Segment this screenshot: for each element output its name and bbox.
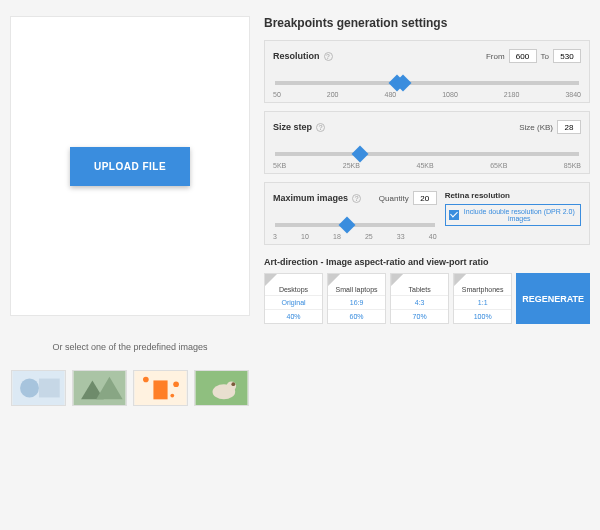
predefined-image-1[interactable] xyxy=(11,370,66,406)
max-images-qty-input[interactable] xyxy=(413,191,437,205)
tick-label: 3 xyxy=(273,233,277,240)
tick-label: 25KB xyxy=(343,162,360,169)
tick-label: 85KB xyxy=(564,162,581,169)
retina-checkbox-label: Include double resolution (DPR 2.0) imag… xyxy=(462,208,577,222)
tick-label: 18 xyxy=(333,233,341,240)
tick-label: 2180 xyxy=(504,91,520,98)
max-images-slider-handle[interactable] xyxy=(338,217,355,234)
tick-label: 25 xyxy=(365,233,373,240)
art-card-percent[interactable]: 70% xyxy=(391,309,448,323)
art-card-percent[interactable]: 40% xyxy=(265,309,322,323)
tick-label: 3840 xyxy=(565,91,581,98)
predefined-images-caption: Or select one of the predefined images xyxy=(10,342,250,352)
svg-point-9 xyxy=(173,381,179,387)
tick-label: 5KB xyxy=(273,162,286,169)
svg-rect-3 xyxy=(74,371,126,405)
art-direction-heading: Art-direction - Image aspect-ratio and v… xyxy=(264,257,590,267)
svg-point-14 xyxy=(231,382,235,386)
art-card-aspect[interactable]: 16:9 xyxy=(328,295,385,309)
svg-point-1 xyxy=(20,379,39,398)
check-icon xyxy=(449,210,459,220)
tick-label: 480 xyxy=(385,91,397,98)
svg-point-13 xyxy=(227,381,236,390)
max-images-slider[interactable] xyxy=(275,223,435,227)
art-card-aspect[interactable]: 4:3 xyxy=(391,295,448,309)
tick-label: 200 xyxy=(327,91,339,98)
art-card-desktops[interactable]: Desktops Original 40% xyxy=(264,273,323,324)
art-card-percent[interactable]: 100% xyxy=(454,309,511,323)
art-card-aspect[interactable]: 1:1 xyxy=(454,295,511,309)
regenerate-button[interactable]: REGENERATE xyxy=(516,273,590,324)
art-card-aspect[interactable]: Original xyxy=(265,295,322,309)
resolution-to-label: To xyxy=(541,52,549,61)
svg-rect-7 xyxy=(153,380,167,399)
retina-title: Retina resolution xyxy=(445,191,581,200)
max-images-qty-label: Quantity xyxy=(379,194,409,203)
tick-label: 50 xyxy=(273,91,281,98)
predefined-image-3[interactable] xyxy=(133,370,188,406)
size-step-slider-handle[interactable] xyxy=(352,146,369,163)
tick-label: 65KB xyxy=(490,162,507,169)
art-card-smartphones[interactable]: Smartphones 1:1 100% xyxy=(453,273,512,324)
art-card-label: Smartphones xyxy=(454,284,511,295)
resolution-to-input[interactable] xyxy=(553,49,581,63)
tick-label: 10 xyxy=(301,233,309,240)
resolution-panel: Resolution ? From To 50 200 480 10 xyxy=(264,40,590,103)
size-step-title: Size step xyxy=(273,122,312,132)
tick-label: 45KB xyxy=(416,162,433,169)
svg-point-8 xyxy=(143,377,149,383)
svg-rect-2 xyxy=(39,379,60,398)
art-card-label: Small laptops xyxy=(328,284,385,295)
art-card-small-laptops[interactable]: Small laptops 16:9 60% xyxy=(327,273,386,324)
max-images-title: Maximum images xyxy=(273,193,348,203)
size-step-input[interactable] xyxy=(557,120,581,134)
max-images-panel: Maximum images ? Quantity 3 10 xyxy=(264,182,590,245)
help-icon[interactable]: ? xyxy=(352,194,361,203)
art-card-label: Desktops xyxy=(265,284,322,295)
size-step-slider[interactable] xyxy=(275,152,579,156)
size-step-label: Size (KB) xyxy=(519,123,553,132)
upload-dropzone[interactable]: UPLOAD FILE xyxy=(10,16,250,316)
upload-file-button[interactable]: UPLOAD FILE xyxy=(70,147,190,186)
svg-point-10 xyxy=(170,394,174,398)
resolution-from-input[interactable] xyxy=(509,49,537,63)
resolution-title: Resolution xyxy=(273,51,320,61)
size-step-panel: Size step ? Size (KB) 5KB 25KB 45KB 65KB… xyxy=(264,111,590,174)
predefined-image-2[interactable] xyxy=(72,370,127,406)
help-icon[interactable]: ? xyxy=(324,52,333,61)
resolution-slider[interactable] xyxy=(275,81,579,85)
predefined-image-4[interactable] xyxy=(194,370,249,406)
settings-heading: Breakpoints generation settings xyxy=(264,16,590,30)
help-icon[interactable]: ? xyxy=(316,123,325,132)
art-card-label: Tablets xyxy=(391,284,448,295)
tick-label: 33 xyxy=(397,233,405,240)
retina-checkbox[interactable]: Include double resolution (DPR 2.0) imag… xyxy=(445,204,581,226)
tick-label: 1080 xyxy=(442,91,458,98)
art-card-tablets[interactable]: Tablets 4:3 70% xyxy=(390,273,449,324)
tick-label: 40 xyxy=(429,233,437,240)
resolution-from-label: From xyxy=(486,52,505,61)
art-card-percent[interactable]: 60% xyxy=(328,309,385,323)
